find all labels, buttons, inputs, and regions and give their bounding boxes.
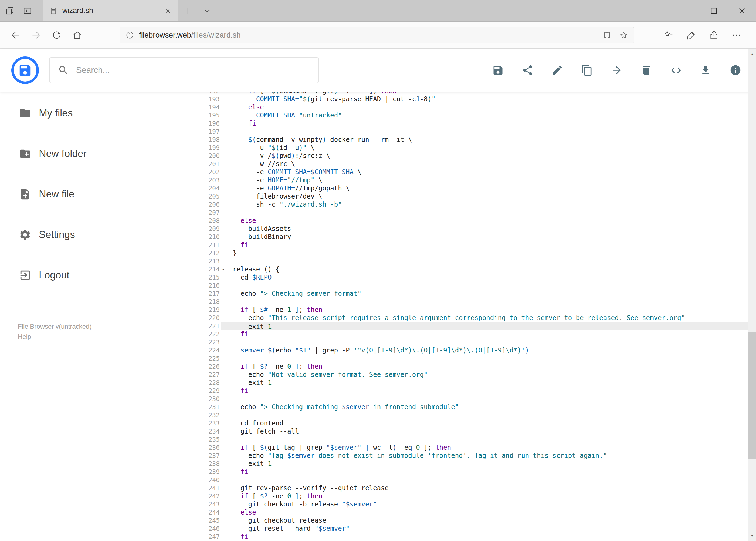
code-line[interactable]: 200 -v /$(pwd):/src:z \: [175, 152, 756, 160]
scrollbar-thumb[interactable]: [748, 332, 756, 459]
forward-button[interactable]: [26, 25, 46, 45]
code-line[interactable]: 192 if [ "$(command -v git)" != "" ]; th…: [175, 92, 756, 95]
back-button[interactable]: [5, 25, 26, 45]
sidebar-item-settings[interactable]: Settings: [0, 215, 175, 255]
tab-close-icon[interactable]: [164, 7, 172, 15]
code-line[interactable]: 212}: [175, 249, 756, 257]
download-button[interactable]: [700, 64, 712, 76]
sidebar-item-new-folder[interactable]: New folder: [0, 134, 175, 174]
code-line[interactable]: 211 fi: [175, 241, 756, 249]
code-line[interactable]: 244 else: [175, 508, 756, 516]
code-line[interactable]: 207: [175, 209, 756, 217]
code-line[interactable]: 234 git fetch --all: [175, 427, 756, 435]
raw-code-button[interactable]: [670, 64, 682, 76]
code-line[interactable]: 228 exit 1: [175, 379, 756, 387]
code-line[interactable]: 227 echo "Not valid semver format. See s…: [175, 370, 756, 379]
code-line[interactable]: 221 exit 1: [175, 322, 756, 330]
copy-button[interactable]: [581, 64, 593, 76]
code-line[interactable]: 231 echo "> Checking matching $semver in…: [175, 403, 756, 411]
code-line[interactable]: 240: [175, 476, 756, 484]
code-line[interactable]: 199 -u "$(id -u)" \: [175, 144, 756, 152]
search-box[interactable]: [49, 57, 319, 83]
scrollbar-down-arrow[interactable]: ▼: [748, 530, 756, 541]
maximize-button[interactable]: [700, 0, 728, 21]
fold-arrow-icon[interactable]: ▾: [222, 265, 229, 273]
code-line[interactable]: 210 buildBinary: [175, 233, 756, 241]
code-line[interactable]: 204 -e GOPATH=//tmp/gopath \: [175, 184, 756, 192]
code-line[interactable]: 208 else: [175, 217, 756, 225]
code-line[interactable]: 233 cd frontend: [175, 419, 756, 427]
set-tabs-aside-icon[interactable]: [23, 6, 32, 16]
code-line[interactable]: 235: [175, 435, 756, 443]
code-line[interactable]: 195 COMMIT_SHA="untracked": [175, 111, 756, 119]
tab-preview-icon[interactable]: [5, 6, 15, 16]
reading-view-icon[interactable]: [603, 31, 612, 40]
code-line[interactable]: 238 exit 1: [175, 460, 756, 468]
code-line[interactable]: 215 cd $REPO: [175, 273, 756, 281]
share-button[interactable]: [522, 64, 534, 76]
code-line[interactable]: 197: [175, 128, 756, 136]
code-line[interactable]: 230: [175, 395, 756, 403]
code-line[interactable]: 246 git reset --hard "$semver": [175, 525, 756, 533]
minimize-button[interactable]: [672, 0, 700, 21]
code-line[interactable]: 241 git rev-parse --verify --quiet relea…: [175, 484, 756, 492]
code-line[interactable]: 194 else: [175, 103, 756, 111]
code-line[interactable]: 222 fi: [175, 330, 756, 338]
code-line[interactable]: 202 -e COMMIT_SHA=$COMMIT_SHA \: [175, 168, 756, 176]
code-line[interactable]: 218: [175, 297, 756, 306]
code-line[interactable]: 203 -e HOME="//tmp" \: [175, 176, 756, 184]
code-line[interactable]: 225: [175, 354, 756, 362]
code-line[interactable]: 220 echo "This release script requires a…: [175, 314, 756, 322]
code-line[interactable]: 206 sh -c "./wizard.sh -b": [175, 201, 756, 209]
tab-list-chevron-icon[interactable]: [197, 0, 217, 21]
sidebar-item-logout[interactable]: Logout: [0, 255, 175, 295]
share-icon[interactable]: [704, 25, 724, 45]
page-info-icon[interactable]: [126, 31, 134, 39]
help-link[interactable]: Help: [18, 332, 92, 342]
code-line[interactable]: 236 if [ $(git tag | grep "$semver" | wc…: [175, 443, 756, 452]
sidebar-item-my-files[interactable]: My files: [0, 93, 175, 134]
code-line[interactable]: 232: [175, 411, 756, 419]
code-line[interactable]: 216: [175, 281, 756, 289]
address-bar[interactable]: filebrowser.web/files/wizard.sh: [120, 27, 634, 44]
move-button[interactable]: [611, 64, 623, 76]
code-line[interactable]: 193 COMMIT_SHA="$(git rev-parse HEAD | c…: [175, 95, 756, 103]
favorite-star-icon[interactable]: [619, 31, 629, 40]
code-line[interactable]: 198 $(command -v winpty) docker run --rm…: [175, 136, 756, 144]
new-tab-button[interactable]: [178, 0, 197, 21]
code-line[interactable]: 245 git checkout release: [175, 516, 756, 525]
close-button[interactable]: [728, 0, 756, 21]
code-line[interactable]: 243 git checkout -b release "$semver": [175, 500, 756, 508]
code-line[interactable]: 201 -w //src \: [175, 160, 756, 168]
code-line[interactable]: 213: [175, 257, 756, 265]
code-line[interactable]: 219 if [ $# -ne 1 ]; then: [175, 306, 756, 314]
code-line[interactable]: 223: [175, 338, 756, 346]
more-menu-icon[interactable]: [726, 25, 747, 45]
ink-pen-icon[interactable]: [681, 25, 701, 45]
code-line[interactable]: 242 if [ $? -ne 0 ]; then: [175, 492, 756, 500]
edit-button[interactable]: [551, 64, 563, 76]
browser-tab[interactable]: wizard.sh: [43, 0, 178, 21]
code-line[interactable]: 239 fi: [175, 468, 756, 476]
info-button[interactable]: [730, 64, 741, 76]
code-line[interactable]: 214▾release () {: [175, 265, 756, 273]
code-line[interactable]: 247 fi: [175, 533, 756, 541]
code-editor[interactable]: 192 if [ "$(command -v git)" != "" ]; th…: [175, 92, 756, 541]
sidebar-item-new-file[interactable]: New file: [0, 174, 175, 215]
save-button[interactable]: [492, 64, 504, 76]
home-button[interactable]: [67, 25, 88, 45]
code-line[interactable]: 209 buildAssets: [175, 225, 756, 233]
search-input[interactable]: [76, 65, 310, 75]
page-scrollbar[interactable]: ▲ ▼: [748, 49, 756, 541]
code-line[interactable]: 229 fi: [175, 387, 756, 395]
refresh-button[interactable]: [46, 25, 67, 45]
code-line[interactable]: 196 fi: [175, 119, 756, 128]
code-line[interactable]: 237 echo "Tag $semver does not exist in …: [175, 452, 756, 460]
delete-button[interactable]: [640, 64, 652, 76]
favorites-hub-icon[interactable]: [658, 25, 679, 45]
code-line[interactable]: 226 if [ $? -ne 0 ]; then: [175, 362, 756, 370]
scrollbar-up-arrow[interactable]: ▲: [748, 49, 756, 59]
code-line[interactable]: 224 semver=$(echo "$1" | grep -P '^v(0|[…: [175, 346, 756, 354]
code-line[interactable]: 205 filebrowser/dev \: [175, 192, 756, 201]
code-line[interactable]: 217 echo "> Checking semver format": [175, 289, 756, 297]
